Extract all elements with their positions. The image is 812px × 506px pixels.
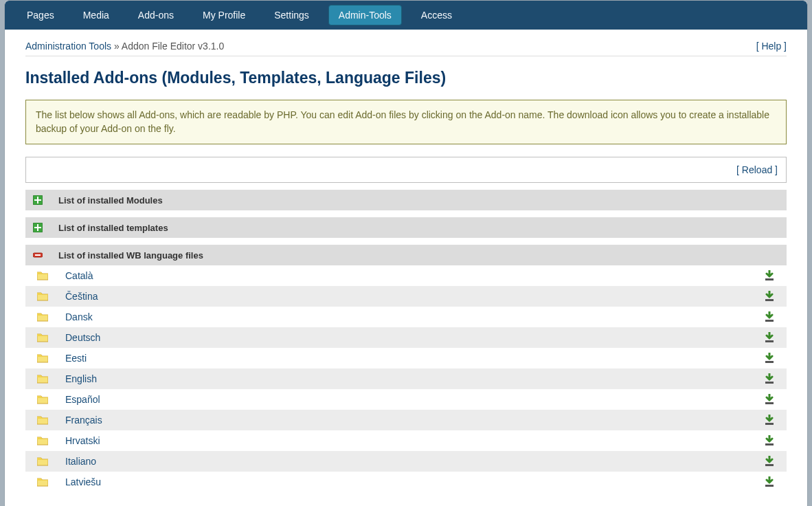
language-link[interactable]: Deutsch	[65, 332, 100, 343]
folder-icon	[25, 451, 60, 472]
nav-access[interactable]: Access	[411, 6, 462, 25]
help-link[interactable]: [ Help ]	[756, 41, 787, 52]
info-box: The list below shows all Add-ons, which …	[25, 100, 787, 144]
download-icon[interactable]	[759, 327, 787, 348]
svg-rect-13	[765, 382, 774, 384]
folder-icon	[25, 430, 60, 451]
reload-link[interactable]: [ Reload ]	[736, 164, 778, 175]
list-item: Latviešu	[25, 472, 787, 492]
folder-icon	[25, 472, 60, 492]
list-item: Čeština	[25, 286, 787, 307]
list-item: Eesti	[25, 348, 787, 368]
language-link[interactable]: Dansk	[65, 311, 93, 322]
language-link[interactable]: Français	[65, 415, 102, 426]
expand-icon	[31, 223, 45, 232]
breadcrumb: Administration Tools » Addon File Editor…	[25, 41, 224, 52]
language-link[interactable]: Italiano	[65, 456, 96, 467]
nav-admin-tools[interactable]: Admin-Tools	[328, 5, 402, 25]
language-link[interactable]: Čeština	[65, 291, 98, 302]
nav-addons[interactable]: Add-ons	[128, 6, 183, 25]
list-item: Español	[25, 389, 787, 410]
language-link[interactable]: English	[65, 373, 97, 384]
download-icon[interactable]	[759, 430, 787, 451]
svg-rect-10	[765, 320, 774, 322]
svg-rect-14	[765, 402, 774, 404]
folder-icon	[25, 389, 60, 410]
breadcrumb-current: Addon File Editor v3.1.0	[122, 41, 224, 52]
folder-icon	[25, 307, 60, 327]
download-icon[interactable]	[759, 265, 787, 286]
folder-icon	[25, 286, 60, 307]
language-link[interactable]: Eesti	[65, 353, 87, 364]
svg-rect-12	[765, 361, 774, 363]
folder-icon	[25, 265, 60, 286]
section-header-templates[interactable]: List of installed templates	[25, 217, 787, 238]
svg-rect-8	[765, 278, 774, 280]
list-item: English	[25, 368, 787, 389]
folder-icon	[25, 327, 60, 348]
svg-rect-9	[765, 299, 774, 301]
nav-pages[interactable]: Pages	[17, 6, 64, 25]
section-title-templates: List of installed templates	[58, 223, 168, 233]
breadcrumb-sep: »	[111, 41, 122, 52]
nav-settings[interactable]: Settings	[264, 6, 319, 25]
folder-icon	[25, 368, 60, 389]
list-item: Hrvatski	[25, 430, 787, 451]
svg-rect-15	[765, 423, 774, 425]
svg-rect-17	[765, 464, 774, 466]
folder-icon	[25, 348, 60, 368]
download-icon[interactable]	[759, 286, 787, 307]
language-link[interactable]: Català	[65, 270, 93, 281]
expand-icon	[31, 195, 45, 205]
language-link[interactable]: Latviešu	[65, 476, 101, 487]
breadcrumb-root[interactable]: Administration Tools	[25, 41, 111, 52]
svg-rect-16	[765, 443, 774, 446]
page-title: Installed Add-ons (Modules, Templates, L…	[25, 69, 787, 87]
svg-rect-7	[35, 254, 41, 256]
nav-media[interactable]: Media	[74, 6, 119, 25]
download-icon[interactable]	[759, 472, 787, 492]
section-header-modules[interactable]: List of installed Modules	[25, 190, 787, 210]
download-icon[interactable]	[759, 451, 787, 472]
section-title-modules: List of installed Modules	[58, 195, 163, 206]
list-item: Français	[25, 410, 787, 430]
section-header-languages[interactable]: List of installed WB language files	[25, 245, 787, 265]
svg-rect-5	[34, 227, 41, 228]
section-title-languages: List of installed WB language files	[58, 250, 203, 261]
folder-icon	[25, 410, 60, 430]
reload-bar: [ Reload ]	[25, 157, 787, 183]
download-icon[interactable]	[759, 368, 787, 389]
svg-rect-11	[765, 340, 774, 342]
svg-rect-2	[34, 199, 41, 201]
list-item: Dansk	[25, 307, 787, 327]
list-item: Italiano	[25, 451, 787, 472]
download-icon[interactable]	[759, 410, 787, 430]
download-icon[interactable]	[759, 389, 787, 410]
list-item: Deutsch	[25, 327, 787, 348]
languages-table: CatalàČeštinaDanskDeutschEestiEnglishEsp…	[25, 265, 787, 492]
svg-rect-18	[765, 485, 774, 487]
list-item: Català	[25, 265, 787, 286]
language-link[interactable]: Hrvatski	[65, 435, 100, 446]
top-nav: Pages Media Add-ons My Profile Settings …	[5, 1, 807, 30]
collapse-icon	[31, 251, 45, 259]
download-icon[interactable]	[759, 348, 787, 368]
nav-myprofile[interactable]: My Profile	[193, 6, 255, 25]
download-icon[interactable]	[759, 307, 787, 327]
language-link[interactable]: Español	[65, 394, 100, 405]
